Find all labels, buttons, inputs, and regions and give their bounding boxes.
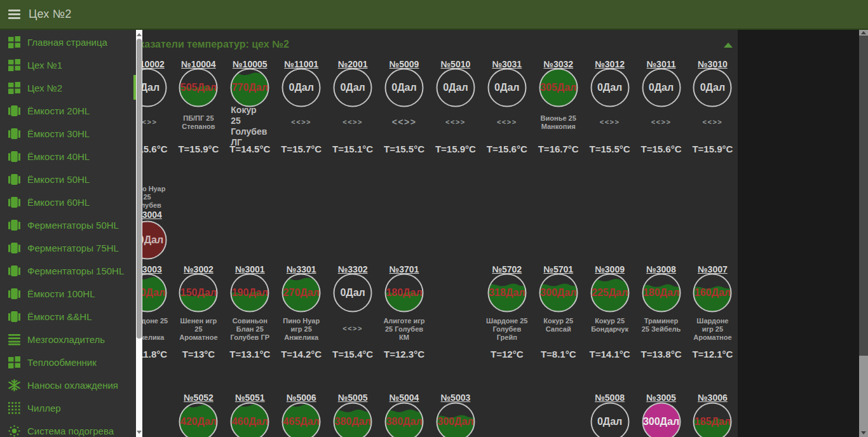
tank-temperature: T=15.9°C <box>685 144 740 154</box>
tank-temperature: T=12.1°C <box>685 349 740 360</box>
tank-details-link[interactable]: <<>> <box>327 118 378 126</box>
sidebar-item-18[interactable]: Система подогрева <box>0 419 136 437</box>
tank-volume-value: 270Дал <box>273 287 330 299</box>
tank-temperature: T=8.1°C <box>531 349 586 360</box>
sidebar-item-7[interactable]: Ёмкости 50HL <box>0 168 136 191</box>
sidebar-item-label: Наносы охлаждения <box>27 380 118 391</box>
sidebar-item-8[interactable]: Ёмкости 60HL <box>0 191 136 213</box>
tank-volume-value: 0Дал <box>581 416 639 427</box>
tank-temperature: T=15.7°C <box>274 144 329 154</box>
tank-details-link[interactable]: <<>> <box>585 118 635 126</box>
sidebar: Главная страницаЦех №1Цех №2Ёмкости 20HL… <box>0 30 136 437</box>
tank-number-link[interactable]: №5051 <box>224 393 275 403</box>
tank-volume-value: 185Дал <box>684 416 741 427</box>
tank-volume-value: 180Дал <box>376 287 433 299</box>
tank-volume-value: 380Дал <box>324 416 381 427</box>
sidebar-item-label: Ёмкости 100HL <box>27 288 95 299</box>
content-scrollbar-thumb[interactable] <box>137 39 142 339</box>
tank-volume-value: 465Дал <box>273 416 330 427</box>
scroll-up-icon[interactable] <box>137 33 142 36</box>
tank-number-link[interactable]: №5006 <box>276 393 327 403</box>
tank-number-link[interactable]: №3005 <box>636 393 687 403</box>
tank-volume-value: 0Дал <box>581 82 639 93</box>
tank-volume-value: 300Дал <box>530 287 587 299</box>
sidebar-item-label: Ёмкости 20HL <box>27 105 90 116</box>
tank-temperature: T=15.5°C <box>583 144 637 154</box>
sidebar-item-label: Чиллер <box>27 403 61 413</box>
tank-icon <box>8 242 20 254</box>
tank-icon <box>8 128 20 140</box>
tank-icon <box>8 196 20 208</box>
sidebar-item-2[interactable]: Цех №1 <box>0 53 136 76</box>
app-header: Цех №2 <box>0 0 868 30</box>
sidebar-item-3[interactable]: Цех №2 <box>0 76 136 99</box>
tank-number-link[interactable]: №5052 <box>173 393 224 403</box>
sidebar-item-label: Ферментаторы 75HL <box>27 243 119 253</box>
sidebar-item-4[interactable]: Ёмкости 20HL <box>0 99 136 122</box>
tiles-icon <box>8 356 20 368</box>
tank-number-link[interactable]: №3006 <box>687 393 738 403</box>
tank-wine-name: ПБ/ПГ 25Степанов <box>171 114 226 131</box>
tank-details-link[interactable]: <<>> <box>482 118 532 126</box>
tank-wine-name: Вионье 25Манкопия <box>531 114 586 131</box>
window-scroll-down-icon[interactable] <box>861 431 866 434</box>
tank-number-link[interactable]: №5008 <box>585 393 635 403</box>
scada-app: Показатели температур: цех №2 №100020Дал… <box>0 0 868 437</box>
sidebar-item-6[interactable]: Ёмкости 40HL <box>0 145 136 168</box>
tank-volume-value: 460Дал <box>221 416 278 427</box>
window-scrollbar[interactable] <box>859 30 868 437</box>
tank-temperature: T=15.6°C <box>634 144 689 154</box>
sidebar-item-5[interactable]: Ёмкости 30HL <box>0 122 136 145</box>
tank-details-link[interactable]: <<>> <box>636 118 687 126</box>
sidebar-item-10[interactable]: Ферментаторы 75HL <box>0 236 136 259</box>
sidebar-item-12[interactable]: Ёмкости 100HL <box>0 282 136 305</box>
tiles-icon <box>8 82 20 94</box>
sidebar-item-label: Мезгоохладитель <box>27 334 105 345</box>
menu-icon[interactable] <box>8 8 20 21</box>
sidebar-item-label: Ёмкости 40HL <box>27 151 90 162</box>
tank-wine-name: СовиньонБлан 25Голубев ГР <box>222 317 277 342</box>
tank-icon <box>8 219 20 231</box>
tank-details-link[interactable]: <<>> <box>327 325 378 332</box>
tank-icon <box>8 105 20 117</box>
tank-number-link[interactable]: №5003 <box>430 393 481 403</box>
tank-volume-value: 160Дал <box>684 287 741 299</box>
sidebar-item-1[interactable]: Главная страница <box>0 30 136 53</box>
tank-wine-name: Шардонеигр 25Ароматное <box>685 317 740 342</box>
sidebar-item-label: Ёмкости 60HL <box>27 197 90 208</box>
tank-temperature: T=15.9°C <box>428 144 483 154</box>
sidebar-item-15[interactable]: Теплообменник <box>0 351 136 373</box>
tank-volume-value: 0Дал <box>427 82 484 93</box>
tank-temperature: T=15.1°C <box>325 144 380 154</box>
tank-volume-value: 300Дал <box>427 416 484 427</box>
tank-wine-name: Кокур25ГолубевЛГ <box>222 105 280 148</box>
sidebar-item-17[interactable]: Чиллер <box>0 396 136 419</box>
tank-details-link[interactable]: <<>> <box>379 117 430 127</box>
tank-volume-value: 305Дал <box>530 82 587 93</box>
sidebar-item-label: Ферментаторы 150HL <box>27 266 124 276</box>
tank-temperature: T=13.1°C <box>222 349 277 360</box>
sidebar-item-11[interactable]: Ферментаторы 150HL <box>0 259 136 282</box>
sidebar-item-16[interactable]: Наносы охлаждения <box>0 373 136 396</box>
sidebar-item-9[interactable]: Ферментаторы 50HL <box>0 213 136 236</box>
content-scrollbar[interactable] <box>136 30 142 437</box>
snowflake-icon <box>8 379 20 391</box>
tank-details-link[interactable]: <<>> <box>687 118 738 126</box>
tank-volume-value: 0Дал <box>273 82 330 93</box>
window-scrollbar-thumb[interactable] <box>859 36 868 356</box>
tank-volume-value: 150Дал <box>170 287 227 299</box>
sidebar-item-13[interactable]: Ёмкости &&HL <box>0 305 136 328</box>
tiles-icon <box>8 59 20 71</box>
tank-volume-value: 225Дал <box>581 287 639 299</box>
tank-number-link[interactable]: №5005 <box>327 393 378 403</box>
scroll-down-icon[interactable] <box>137 431 142 434</box>
sidebar-item-label: Ёмкости &&HL <box>27 311 92 322</box>
tank-volume-value: 0Дал <box>324 82 381 93</box>
sidebar-item-14[interactable]: Мезгоохладитель <box>0 328 136 351</box>
tank-temperature: T=13.8°C <box>634 349 689 360</box>
tank-number-link[interactable]: №5004 <box>379 393 430 403</box>
tank-details-link[interactable]: <<>> <box>276 118 327 126</box>
tank-details-link[interactable]: <<>> <box>430 118 481 126</box>
window-scroll-up-icon[interactable] <box>861 31 866 34</box>
tank-temperature: T=15.9°C <box>171 144 226 154</box>
